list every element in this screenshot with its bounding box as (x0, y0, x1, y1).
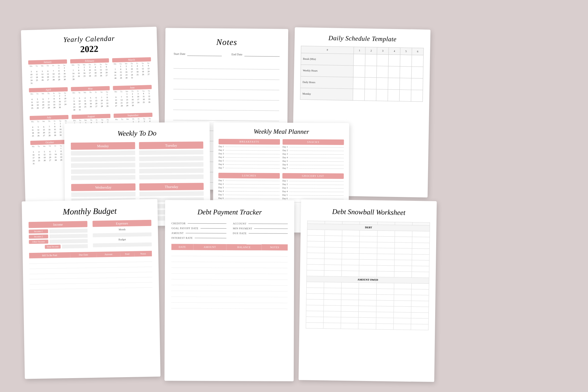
meal-day-row: Day 4 (282, 190, 344, 193)
debt-table-row (171, 279, 288, 285)
debt-fields-grid: CREDITORACCOUNTGOAL PAYOFF DATEMIN PAYME… (172, 222, 288, 240)
debt-table-header: DATEAMOUNTBALANCENOTES (171, 244, 288, 250)
meal-day-row: Day 1 (218, 179, 280, 182)
weekly-todo-title: Weekly To Do (71, 129, 203, 138)
expense-rows: MonthBudget (93, 228, 152, 247)
calendar-month-january: JanuaryMoTuWeThFrSaSu1234567891011121314… (28, 59, 68, 85)
notes-line (173, 113, 279, 121)
debt-table-row (171, 256, 288, 262)
debt-table-row (171, 285, 288, 291)
schedule-body: Break (Min)Weekly HoursDaily HoursMonday (300, 53, 423, 102)
notes-line (173, 82, 279, 90)
debt-table-row (171, 273, 288, 279)
debt-field-row: CREDITOR (172, 222, 226, 225)
meal-day-row: Day 3 (218, 186, 280, 189)
meal-day-row: Day 5 (282, 194, 344, 197)
meal-day-row: Day 2 (218, 183, 280, 186)
meal-day-row: Day 4 (282, 156, 344, 159)
meal-section-0: BREAKFASTSDay 1Day 2Day 3Day 4Day 5Day 6… (218, 139, 280, 170)
notes-dates-row: Start Date End Date (173, 52, 279, 57)
meal-day-row: Day 1 (218, 145, 280, 148)
meal-day-row: Day 6 (218, 163, 280, 166)
bills-body (29, 256, 152, 290)
meal-day-row: Day 4 (218, 190, 280, 193)
monthly-budget-page: Monthly Budget Income Income-1Income-2Ot… (22, 199, 161, 379)
meal-day-row: Day 7 (282, 167, 344, 170)
notes-line (173, 103, 279, 111)
debt-snowball-title: Debt Snowball Worksheet (307, 207, 430, 217)
meal-day-row: Day 6 (218, 197, 280, 200)
debt-snowball-page: Debt Snowball Worksheet DEBTAMOUNT OWED (299, 199, 437, 382)
daily-schedule-title: Daily Schedule Template (301, 34, 424, 44)
debt-table-body (171, 250, 288, 308)
debt-table-row (171, 250, 288, 256)
meal-day-row: Day 3 (282, 187, 344, 190)
meal-day-row: Day 5 (218, 160, 280, 162)
income-row: Other Income (29, 239, 88, 244)
meal-day-row: Day 1 (282, 180, 344, 182)
notes-line (173, 72, 279, 80)
calendar-month-july: JulyMoTuWeThFrSaSu1234567891011121314151… (30, 115, 69, 138)
calendar-month-april: AprilMoTuWeThFrSaSu123456789101112131415… (29, 87, 68, 113)
calendar-month-october: OctoberMoTuWeThFrSaSu1234567891011121314… (30, 140, 70, 165)
debt-field-row: ACCOUNT (233, 222, 288, 225)
monthly-budget-title: Monthly Budget (28, 206, 151, 218)
expenses-header: Expenses (92, 220, 151, 227)
notes-line (173, 93, 279, 101)
total-income-row: Total Income (29, 244, 88, 249)
todo-day-monday: Monday (71, 142, 135, 180)
start-date-line (187, 52, 222, 56)
snowball-table: DEBTAMOUNT OWED (306, 221, 430, 330)
meal-day-row: Day 5 (282, 160, 344, 163)
schedule-table: #123456 Break (Min)Weekly HoursDaily Hou… (300, 46, 424, 102)
meal-day-row: Day 2 (282, 149, 344, 152)
income-row: Income-1 (29, 229, 88, 233)
debt-field-row: GOAL PAYOFF DATE (172, 227, 226, 230)
meal-section-2: LUNCHESDay 1Day 2Day 3Day 4Day 5Day 6Day… (218, 173, 280, 204)
start-date-item: Start Date (173, 52, 222, 56)
meal-planner-title: Weekly Meal Planner (219, 128, 344, 136)
calendar-month-may: MayMoTuWeThFrSaSu12345678910111213141516… (71, 86, 110, 111)
debt-table-row (171, 262, 288, 268)
bills-table: Bill To Be PaidDue DateAmountPaidNotes (29, 251, 152, 290)
income-header: Income (28, 221, 87, 228)
total-income-label: Total Income (45, 245, 61, 249)
debt-table-row (171, 302, 288, 308)
calendar-month-june: JuneMoTuWeThFrSaSu1234567891011121314151… (113, 85, 152, 110)
meal-day-row: Day 1 (282, 146, 344, 149)
debt-field-row: AMOUNT (172, 232, 226, 235)
meal-day-row: Day 2 (282, 183, 344, 186)
meal-day-row: Day 6 (282, 163, 344, 166)
meal-day-row: Day 3 (282, 153, 344, 156)
income-row: Income-2 (29, 234, 88, 239)
start-date-label: Start Date (173, 52, 185, 56)
meal-day-row: Day 4 (218, 156, 280, 159)
meal-day-row: Day 5 (218, 193, 280, 196)
meal-day-row: Day 3 (218, 152, 280, 155)
calendar-month-february: FebruaryMoTuWeThFrSaSu123456789101112131… (70, 58, 110, 84)
debt-field-row: MIN PAYMENT (233, 227, 288, 230)
debt-field-row: INTEREST RATE (172, 236, 226, 240)
end-date-line (244, 52, 279, 57)
budget-top-grid: Income Income-1Income-2Other Income Tota… (28, 220, 152, 249)
notes-title: Notes (174, 37, 280, 48)
debt-field-row: DUE DATE (233, 232, 288, 235)
debt-table: DATEAMOUNTBALANCENOTES (171, 244, 288, 309)
meal-day-row: Day 7 (218, 167, 280, 170)
todo-day-tuesday: Tuesday (139, 141, 204, 180)
meal-day-row: Day 2 (218, 149, 280, 152)
meal-section-1: SNACKSDay 1Day 2Day 3Day 4Day 5Day 6Day … (282, 139, 344, 171)
notes-line (173, 62, 279, 70)
meal-grid: BREAKFASTSDay 1Day 2Day 3Day 4Day 5Day 6… (218, 139, 344, 205)
debt-table-row (171, 267, 288, 273)
debt-table-row (171, 296, 288, 303)
debt-tracker-page: Debt Payment Tracker CREDITORACCOUNTGOAL… (164, 200, 294, 381)
income-section: Income Income-1Income-2Other Income Tota… (28, 221, 88, 249)
end-date-item: End Date (231, 52, 279, 57)
debt-tracker-title: Debt Payment Tracker (172, 208, 288, 216)
income-rows: Income-1Income-2Other Income (29, 229, 88, 244)
debt-table-row (171, 291, 288, 297)
total-income-line (62, 244, 88, 248)
calendar-month-march: MarchMoTuWeThFrSaSu123456789101112131415… (112, 57, 152, 83)
end-date-label: End Date (231, 53, 242, 56)
